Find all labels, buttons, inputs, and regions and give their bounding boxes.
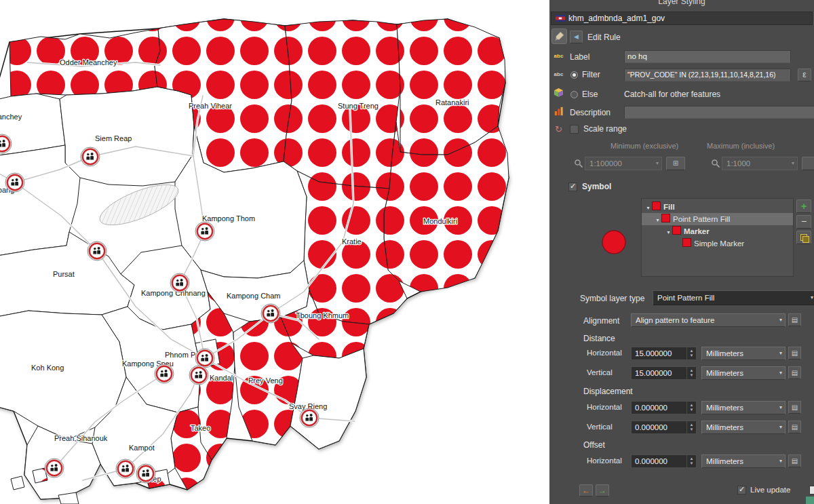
province-label: Preah Sihanouk <box>54 434 108 442</box>
expression-builder-button[interactable]: ε <box>798 69 811 81</box>
tree-item-simple-marker[interactable]: Simple Marker <box>642 237 793 250</box>
spin-arrows-icon[interactable]: ▲▼ <box>686 347 696 360</box>
data-defined-override-button[interactable]: ▤ <box>788 421 801 433</box>
filter-expression-input[interactable]: "PROV_CODE" IN (22,13,19,11,10,14,8,21,1… <box>624 69 791 81</box>
displacement-horizontal-unit-combo[interactable]: Millimeters▾ <box>701 401 786 414</box>
zoom-out-icon <box>574 159 583 168</box>
hq-marker <box>116 459 135 478</box>
displacement-horizontal-label: Horizontal <box>587 403 622 411</box>
province-label: Mondulkiri <box>423 217 457 225</box>
tree-item-marker[interactable]: ▾Marker <box>642 225 793 237</box>
redo-style-button[interactable]: → <box>596 484 609 497</box>
province-label: Tboung Khmum <box>296 311 349 319</box>
province-label: Kampong Thom <box>202 214 255 222</box>
symbology-tab[interactable] <box>551 28 567 44</box>
map-canvas[interactable]: Odder MeancheyBanteay MeancheySiem ReapP… <box>0 0 549 504</box>
pattern-swatch-icon <box>661 214 670 222</box>
labels-tab[interactable]: abc <box>551 49 566 63</box>
filter-label: Filter <box>582 70 600 79</box>
displacement-vertical-spinbox[interactable]: 0.000000▲▼ <box>631 421 697 434</box>
panel-title: Layer Styling <box>549 0 814 6</box>
data-defined-icon: ▤ <box>792 369 798 376</box>
mask-labels-icon: abc <box>554 71 564 77</box>
layer-name: khm_admbnda_adm1_gov <box>568 14 665 23</box>
live-update-label: Live update <box>750 486 790 494</box>
data-defined-override-button[interactable]: ▤ <box>788 347 801 360</box>
description-input[interactable] <box>624 106 814 119</box>
distance-vertical-spinbox[interactable]: 15.000000▲▼ <box>631 366 697 380</box>
data-defined-override-button[interactable]: ▤ <box>788 366 801 379</box>
view-3d-tab[interactable] <box>551 85 566 100</box>
forward-arrow-icon: → <box>598 486 606 495</box>
offset-label: Offset <box>583 440 605 450</box>
maximum-scale-combo[interactable]: 1:1000▾ <box>722 157 798 170</box>
else-radio[interactable] <box>570 91 578 98</box>
fill-swatch-icon <box>652 201 661 210</box>
filter-radio[interactable] <box>570 71 578 79</box>
data-defined-icon: ▤ <box>792 316 798 324</box>
spin-arrows-icon[interactable]: ▲▼ <box>686 402 696 414</box>
remove-symbol-layer-button[interactable]: − <box>796 215 811 229</box>
chevron-down-icon: ▾ <box>811 291 813 305</box>
mask-tab[interactable]: abc <box>551 67 566 81</box>
offset-horizontal-spinbox[interactable]: 0.000000▲▼ <box>631 454 697 468</box>
distance-horizontal-unit-combo[interactable]: Millimeters▾ <box>701 347 786 360</box>
duplicate-icon-back <box>802 236 809 243</box>
spin-arrows-icon[interactable]: ▲▼ <box>686 367 696 379</box>
styling-tool-strip: abc abc ↻ <box>549 26 568 504</box>
zoom-in-icon <box>711 159 720 168</box>
tree-item-point-pattern-fill[interactable]: ▾Point Pattern Fill <box>642 213 793 225</box>
province-label: Kampot <box>129 444 155 452</box>
alignment-combo[interactable]: Align pattern to feature▾ <box>631 313 786 327</box>
chevron-down-icon: ▾ <box>779 367 782 379</box>
chevron-down-icon: ▾ <box>779 455 782 467</box>
label-label: Label <box>570 52 589 62</box>
clipped-checkbox[interactable] <box>809 486 814 495</box>
displacement-vertical-unit-combo[interactable]: Millimeters▾ <box>701 421 786 434</box>
diagrams-tab[interactable] <box>551 104 566 118</box>
hq-marker <box>155 364 174 383</box>
hq-marker <box>189 366 208 385</box>
symbol-layer-type-combo[interactable]: Point Pattern Fill▾ <box>653 290 814 305</box>
layer-selector[interactable]: khm_admbnda_adm1_gov <box>551 12 813 25</box>
undo-style-button[interactable]: ← <box>579 484 593 497</box>
symbol-layer-tree: ▾Fill ▾Point Pattern Fill ▾Marker Simple… <box>641 198 794 277</box>
chevron-down-icon: ▾ <box>792 157 794 170</box>
data-defined-override-button[interactable]: ▤ <box>788 313 801 326</box>
province-label: Odder Meanchey <box>60 58 117 66</box>
data-defined-override-button[interactable]: ▤ <box>788 454 801 467</box>
island-2[interactable] <box>11 476 24 490</box>
hq-marker <box>195 349 214 368</box>
simple-marker-swatch-icon <box>682 238 691 247</box>
hq-marker <box>5 173 24 192</box>
history-tab[interactable]: ↻ <box>551 122 566 136</box>
province-label: Koh Kong <box>31 364 64 372</box>
distance-horizontal-label: Horizontal <box>587 349 622 357</box>
cambodia-map[interactable]: Odder MeancheyBanteay MeancheySiem ReapP… <box>0 0 549 504</box>
add-symbol-layer-button[interactable]: + <box>796 199 811 213</box>
symbol-checkbox[interactable] <box>568 182 577 191</box>
label-input[interactable]: no hq <box>624 50 791 63</box>
distance-vertical-unit-combo[interactable]: Millimeters▾ <box>701 366 786 380</box>
symbol-layer-type-label: Symbol layer type <box>580 294 644 303</box>
tree-item-fill[interactable]: ▾Fill <box>642 201 793 213</box>
duplicate-symbol-layer-button[interactable] <box>796 231 811 244</box>
live-update-checkbox[interactable] <box>737 486 746 495</box>
spin-arrows-icon[interactable]: ▲▼ <box>686 421 696 433</box>
data-defined-override-button[interactable]: ▤ <box>788 401 801 414</box>
offset-horizontal-unit-combo[interactable]: Millimeters▾ <box>701 454 786 468</box>
clipped-scale-button[interactable] <box>802 157 814 170</box>
set-to-current-scale-button[interactable]: ⊞ <box>666 157 685 170</box>
province-label: Siem Reap <box>95 134 132 142</box>
hq-marker <box>88 241 106 260</box>
back-arrow-icon: ← <box>582 486 590 495</box>
minimum-scale-combo[interactable]: 1:100000▾ <box>585 157 662 170</box>
back-button[interactable]: ◀ <box>570 31 583 43</box>
distance-horizontal-spinbox[interactable]: 15.000000▲▼ <box>631 347 697 360</box>
chevron-down-icon: ▾ <box>779 314 782 326</box>
scale-range-checkbox[interactable] <box>570 125 579 134</box>
data-defined-icon: ▤ <box>792 423 798 431</box>
spin-arrows-icon[interactable]: ▲▼ <box>686 455 696 467</box>
hq-marker <box>170 273 189 292</box>
displacement-horizontal-spinbox[interactable]: 0.000000▲▼ <box>631 401 697 414</box>
